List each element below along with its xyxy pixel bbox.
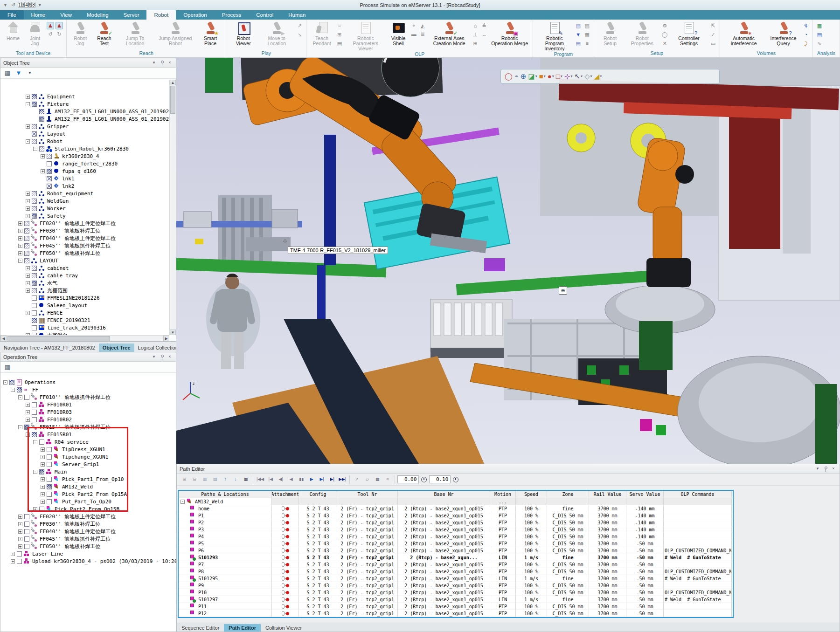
column-header-rail-value[interactable]: Rail Value xyxy=(589,491,626,498)
jump-start-icon[interactable]: |◀◀ xyxy=(256,475,265,484)
expand-icon[interactable]: + xyxy=(26,266,30,270)
expand-icon[interactable]: + xyxy=(11,559,15,563)
measure-box-icon[interactable]: □▾ xyxy=(556,70,562,83)
tool-cell[interactable]: 2 (Fr) - tcp2_grip1 xyxy=(337,610,398,617)
tree-item[interactable]: +FF045'' 前地板抓件补焊工位 xyxy=(0,242,169,249)
visibility-checkbox[interactable] xyxy=(17,387,22,392)
tree-tab-navigation-tree-am132-ff-20180802[interactable]: Navigation Tree - AM132_FF_20180802 xyxy=(0,343,99,352)
expand-icon[interactable]: + xyxy=(26,311,30,315)
collapse-icon[interactable]: - xyxy=(18,425,22,429)
dropdown-caret-icon[interactable]: ▾ xyxy=(570,70,572,83)
tree-item[interactable]: +Equipment xyxy=(0,93,169,100)
expand-icon[interactable]: + xyxy=(18,544,22,549)
robot-jog-button[interactable]: Robot Jog xyxy=(69,20,91,46)
zone-cell[interactable]: C_DIS 50 mm xyxy=(547,582,589,589)
rail-cell[interactable]: 3700 mm xyxy=(589,547,626,554)
config-cell[interactable]: S 2 T 43 xyxy=(299,596,337,603)
tree-item[interactable]: -LAYOUT xyxy=(0,257,169,264)
expand-icon[interactable]: + xyxy=(18,229,22,233)
expand-icon[interactable]: + xyxy=(41,477,45,481)
move-up-icon[interactable]: ↑ xyxy=(221,475,230,484)
location-row[interactable]: P8S 2 T 432 (Fr) - tcp2_grip12 (Rtcp) - … xyxy=(179,568,733,575)
visibility-checkbox[interactable] xyxy=(32,199,37,204)
olp-commands-cell[interactable] xyxy=(664,526,732,533)
motion-cell[interactable]: PTP xyxy=(490,582,516,589)
location-row[interactable]: P10S 2 T 432 (Fr) - tcp2_grip12 (Rtcp) -… xyxy=(179,589,733,596)
location-row[interactable]: P1S 2 T 432 (Fr) - tcp2_grip12 (Rtcp) - … xyxy=(179,512,733,519)
tree-item[interactable]: +Layout xyxy=(0,130,169,137)
speed-cell[interactable]: 100 % xyxy=(516,519,547,526)
scroll-up-icon[interactable]: ▲ xyxy=(170,80,176,85)
panel-menu-icon[interactable]: ▾ xyxy=(814,466,821,472)
zone-cell[interactable]: C_DIS 50 mm xyxy=(547,610,589,617)
visibility-checkbox[interactable] xyxy=(47,484,52,489)
tab-robot[interactable]: Robot xyxy=(146,10,176,20)
motion-cell[interactable]: PTP xyxy=(490,505,516,512)
quick-access-shortcut[interactable]: 4 xyxy=(25,2,28,8)
column-header-zone[interactable]: Zone xyxy=(547,491,589,498)
rail-cell[interactable]: 3700 mm xyxy=(589,610,626,617)
expand-icon[interactable]: + xyxy=(26,192,30,196)
tree-item[interactable]: +FF050'' 前地板补焊工位 xyxy=(0,543,176,550)
visibility-checkbox[interactable] xyxy=(32,303,37,308)
tree-item[interactable]: +Robot_equipment xyxy=(0,190,169,197)
tree-item[interactable]: -FF010'' 前地板抓件补焊工位 xyxy=(0,393,176,401)
olp-commands-cell[interactable]: # Weld # GunToState xyxy=(664,554,732,561)
reset-joint-icon[interactable]: ↻ xyxy=(56,30,63,38)
tree-item[interactable]: -FF015R01 xyxy=(0,431,176,438)
base-cell[interactable]: 2 (Rtcp) - base2_xgun... xyxy=(398,554,490,561)
attachment-cell[interactable] xyxy=(272,526,299,533)
hscroll-thumb[interactable] xyxy=(7,336,110,341)
expand-icon[interactable]: + xyxy=(26,418,30,422)
rail-cell[interactable]: 3700 mm xyxy=(589,603,626,610)
columns-icon[interactable]: ▦ xyxy=(241,475,250,484)
tool-cell[interactable]: 2 (Fr) - tcp2_grip1 xyxy=(337,540,398,547)
visibility-checkbox[interactable] xyxy=(24,236,29,241)
visibility-checkbox[interactable] xyxy=(32,417,37,422)
olp-commands-cell[interactable]: # Weld # GunToState xyxy=(664,596,732,603)
olp-commands-cell[interactable]: OLP_CUSTOMIZED_COMMAND_NAM xyxy=(664,547,732,554)
tree-item[interactable]: +光栅范围 xyxy=(0,287,169,294)
config-cell[interactable]: S 2 T 43 xyxy=(299,589,337,596)
program-new-icon[interactable]: ▤ xyxy=(583,22,591,29)
pin-icon[interactable] xyxy=(822,466,829,472)
tree-item[interactable]: +Server_Grip1 xyxy=(0,460,176,468)
ruler-icon[interactable]: ▭ xyxy=(709,40,717,47)
close-icon[interactable]: × xyxy=(167,354,173,360)
program-down-icon[interactable]: ▤ xyxy=(575,40,582,47)
servo-cell[interactable]: -140 mm xyxy=(626,526,664,533)
location-row[interactable]: P4S 2 T 432 (Fr) - tcp2_grip12 (Rtcp) - … xyxy=(179,533,733,540)
motion-cell[interactable]: PTP xyxy=(490,610,516,617)
base-cell[interactable]: 2 (Rtcp) - base2_xgun1_op015 xyxy=(398,547,490,554)
scope-icon[interactable]: ⌖ xyxy=(410,22,417,29)
tree-item[interactable]: +Put_Part_To_Op20 xyxy=(0,498,176,505)
expand-icon[interactable]: + xyxy=(26,95,30,99)
move-to-location-button[interactable]: ▶Move to Location xyxy=(258,20,295,46)
path-group-row[interactable]: -AM132_Weld... xyxy=(179,498,733,505)
collapse-icon[interactable]: - xyxy=(18,259,22,263)
servo-cell[interactable]: -50 mm xyxy=(626,589,664,596)
tab-control[interactable]: Control xyxy=(249,10,281,20)
add-location-icon[interactable]: ⊞ xyxy=(180,475,189,484)
scroll-down-icon[interactable]: ▼ xyxy=(170,330,176,335)
tree-columns-icon[interactable]: ▦ xyxy=(3,363,12,371)
interference-query-button[interactable]: ?Interference Query xyxy=(765,20,801,46)
tree-item[interactable]: +FF040'' 前地板上件定位焊工位 xyxy=(0,234,169,242)
olp-commands-cell[interactable] xyxy=(664,561,732,568)
rail-cell[interactable]: 3700 mm xyxy=(589,568,626,575)
speed-cell[interactable]: 100 % xyxy=(516,512,547,519)
config-cell[interactable]: S 2 T 43 xyxy=(299,505,337,512)
column-header-tool-nr[interactable]: Tool Nr xyxy=(337,491,398,498)
visibility-checkbox[interactable] xyxy=(32,402,37,407)
column-header-servo-value[interactable]: Servo Value xyxy=(626,491,664,498)
location-row[interactable]: P12S 2 T 432 (Fr) - tcp2_grip12 (Rtcp) -… xyxy=(179,610,733,617)
visibility-checkbox[interactable] xyxy=(24,228,29,234)
zone-cell[interactable]: C_DIS 50 mm xyxy=(547,533,589,540)
location-name-cell[interactable]: P1 xyxy=(179,512,272,519)
column-header-paths-locations[interactable]: Paths & Locations xyxy=(179,491,272,498)
robotic-program-inventory-button[interactable]: ✎Robotic Program Inventory xyxy=(535,20,574,51)
close-icon[interactable]: × xyxy=(167,60,173,66)
robot-setup-button[interactable]: Robot Setup xyxy=(597,20,624,46)
zone-cell[interactable]: fine xyxy=(547,575,589,582)
tree-item[interactable]: -Main xyxy=(0,468,176,475)
